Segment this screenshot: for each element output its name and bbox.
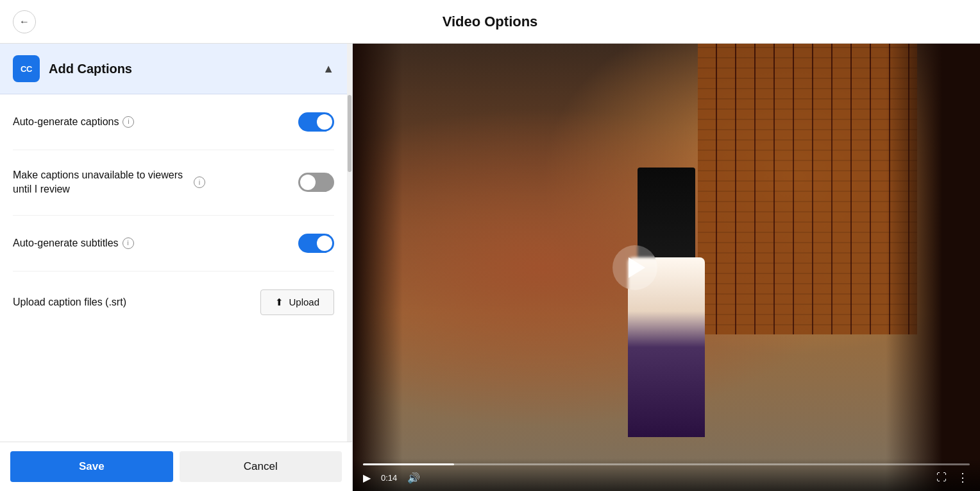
toggle-slider [298, 234, 334, 253]
panel-content: CC Add Captions ▲ Auto-generate captions… [0, 44, 347, 442]
toggle-auto-generate-captions[interactable] [298, 112, 334, 132]
info-icon-subtitles[interactable]: i [122, 237, 134, 249]
volume-button[interactable]: 🔊 [407, 472, 420, 484]
video-controls: ▶ 0:14 🔊 ⛶ ⋮ [353, 458, 980, 491]
option-label: Upload caption files (.srt) [13, 295, 126, 309]
section-title: Add Captions [49, 62, 132, 76]
upload-label: Upload [289, 297, 319, 307]
info-icon-auto-captions[interactable]: i [122, 116, 134, 128]
back-icon: ← [19, 16, 30, 28]
save-button[interactable]: Save [10, 451, 173, 482]
play-button[interactable] [612, 245, 657, 290]
option-auto-generate-subtitles: Auto-generate subtitles i [13, 216, 334, 271]
video-frame: ▶ 0:14 🔊 ⛶ ⋮ [353, 44, 980, 491]
option-label: Auto-generate captions i [13, 115, 134, 129]
option-label: Make captions unavailable to viewers unt… [13, 168, 205, 197]
toggle-auto-generate-subtitles[interactable] [298, 234, 334, 253]
header: ← Video Options [0, 0, 980, 44]
side-dark-left [353, 44, 403, 491]
option-auto-generate-captions: Auto-generate captions i [13, 94, 334, 150]
cc-icon: CC [13, 55, 40, 82]
bottom-actions: Save Cancel [0, 442, 352, 491]
person-silhouette [609, 180, 724, 437]
brick-wall [698, 44, 917, 334]
option-label: Auto-generate subtitles i [13, 236, 134, 250]
section-header-left: CC Add Captions [13, 55, 132, 82]
controls-row: ▶ 0:14 🔊 ⛶ ⋮ [363, 470, 970, 485]
option-make-captions-unavailable: Make captions unavailable to viewers unt… [13, 150, 334, 216]
info-icon-unavailable[interactable]: i [194, 177, 205, 188]
play-icon [629, 257, 645, 278]
collapse-button[interactable]: ▲ [323, 62, 334, 76]
progress-bar-background[interactable] [363, 463, 970, 465]
back-button[interactable]: ← [13, 10, 36, 33]
toggle-slider [298, 173, 334, 192]
time-display: 0:14 [381, 473, 397, 483]
scrollbar-track[interactable] [347, 44, 352, 442]
options-list: Auto-generate captions i Make captions u… [0, 94, 347, 333]
upload-icon: ⬆ [275, 297, 283, 308]
scrollbar-area: CC Add Captions ▲ Auto-generate captions… [0, 44, 352, 442]
option-upload-captions: Upload caption files (.srt) ⬆ Upload [13, 271, 334, 333]
upload-button[interactable]: ⬆ Upload [260, 289, 334, 315]
toggle-make-unavailable[interactable] [298, 173, 334, 192]
main-layout: CC Add Captions ▲ Auto-generate captions… [0, 44, 980, 491]
cancel-button[interactable]: Cancel [180, 451, 342, 482]
side-dark-right [886, 44, 980, 491]
section-header: CC Add Captions ▲ [0, 44, 347, 94]
toggle-slider [298, 112, 334, 132]
right-panel: ▶ 0:14 🔊 ⛶ ⋮ [353, 44, 980, 491]
left-panel: CC Add Captions ▲ Auto-generate captions… [0, 44, 353, 491]
progress-bar-fill [363, 463, 454, 465]
fullscreen-button[interactable]: ⛶ [936, 472, 947, 483]
scrollbar-thumb[interactable] [348, 95, 351, 172]
video-container: ▶ 0:14 🔊 ⛶ ⋮ [353, 44, 980, 491]
page-title: Video Options [443, 13, 538, 30]
more-options-button[interactable]: ⋮ [957, 470, 970, 485]
play-pause-button[interactable]: ▶ [363, 472, 371, 484]
